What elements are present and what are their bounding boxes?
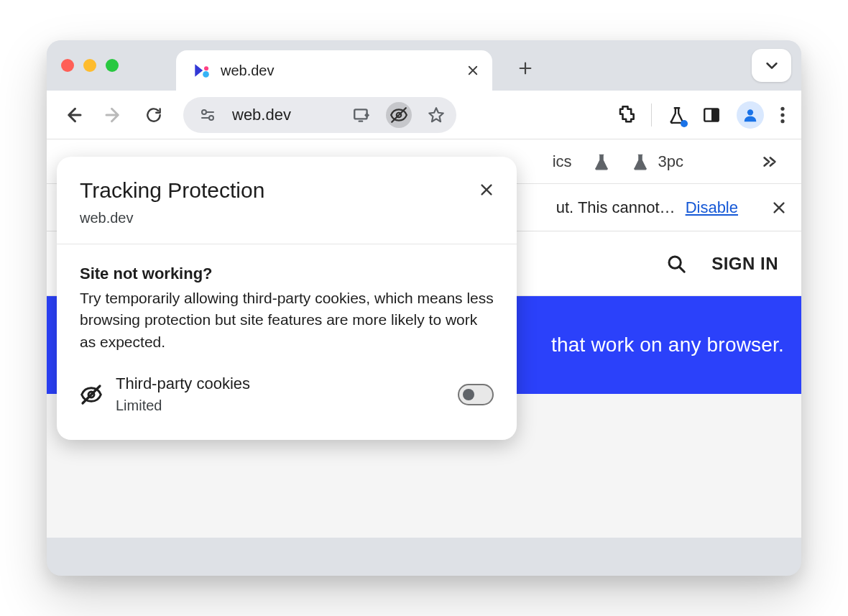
svg-rect-4 xyxy=(354,109,367,119)
eye-slash-icon xyxy=(80,383,103,406)
tab-search-button[interactable] xyxy=(752,49,791,82)
browser-window: web.dev xyxy=(47,40,801,576)
labs-icon[interactable] xyxy=(668,104,686,126)
side-panel-icon[interactable] xyxy=(702,106,721,124)
third-party-cookies-status: Limited xyxy=(116,397,445,414)
popup-header: Tracking Protection web.dev xyxy=(57,157,517,244)
ext-item-label: ics xyxy=(553,152,572,171)
svg-point-10 xyxy=(780,113,784,116)
chrome-menu-icon[interactable] xyxy=(780,106,785,124)
tracking-protection-icon[interactable] xyxy=(386,102,412,128)
popup-body: Site not working? Try temporarily allowi… xyxy=(57,244,517,440)
popup-title: Tracking Protection xyxy=(80,178,494,203)
back-button[interactable] xyxy=(57,98,90,132)
browser-tab[interactable]: web.dev xyxy=(176,50,492,91)
info-bar-text: ut. This cannot… xyxy=(556,198,676,217)
ext-item-label: 3pc xyxy=(658,152,683,171)
third-party-cookies-label: Third-party cookies xyxy=(116,374,445,393)
site-not-working-title: Site not working? xyxy=(80,265,494,283)
new-tab-button[interactable] xyxy=(512,55,538,81)
tracking-protection-popup: Tracking Protection web.dev Site not wor… xyxy=(57,157,517,440)
popup-site-label: web.dev xyxy=(80,210,494,226)
svg-point-9 xyxy=(780,106,784,110)
forward-button[interactable] xyxy=(97,98,130,132)
info-bar-close-icon[interactable] xyxy=(771,200,787,216)
tab-title: web.dev xyxy=(221,63,455,79)
svg-point-0 xyxy=(203,71,209,78)
third-party-cookies-row: Third-party cookies Limited xyxy=(80,374,494,414)
site-not-working-body: Try temporarily allowing third-party coo… xyxy=(80,288,494,353)
popup-close-button[interactable] xyxy=(474,177,499,203)
toolbar-separator xyxy=(651,104,652,127)
bookmark-star-icon[interactable] xyxy=(423,102,449,128)
svg-point-11 xyxy=(780,119,784,123)
tab-strip: web.dev xyxy=(47,40,801,91)
site-settings-icon[interactable] xyxy=(195,102,221,128)
ext-item-3pc[interactable]: 3pc xyxy=(631,151,683,173)
sign-in-button[interactable]: SIGN IN xyxy=(711,254,778,274)
ext-item-topics[interactable]: ics xyxy=(553,152,572,171)
profile-avatar[interactable] xyxy=(737,101,764,129)
svg-rect-7 xyxy=(711,109,719,121)
address-text: web.dev xyxy=(232,106,337,124)
window-minimize-button[interactable] xyxy=(83,59,96,72)
hero-banner-text: that work on any browser. xyxy=(551,334,784,357)
ext-item-flask-1[interactable] xyxy=(592,151,611,173)
third-party-cookies-toggle[interactable] xyxy=(458,384,494,405)
install-app-icon[interactable] xyxy=(349,102,374,128)
ext-overflow-icon[interactable] xyxy=(760,154,780,170)
address-bar[interactable]: web.dev xyxy=(183,97,456,133)
search-icon[interactable] xyxy=(665,253,687,275)
tab-close-button[interactable] xyxy=(465,63,481,78)
info-bar-disable-link[interactable]: Disable xyxy=(686,198,738,217)
traffic-lights xyxy=(61,59,119,72)
toolbar-right-group xyxy=(615,101,791,129)
window-maximize-button[interactable] xyxy=(106,59,119,72)
svg-point-8 xyxy=(747,109,753,115)
svg-point-1 xyxy=(204,66,208,70)
reload-button[interactable] xyxy=(137,98,170,132)
window-close-button[interactable] xyxy=(61,59,74,72)
site-favicon xyxy=(192,61,211,80)
extensions-icon[interactable] xyxy=(615,105,635,125)
browser-toolbar: web.dev xyxy=(47,91,801,139)
